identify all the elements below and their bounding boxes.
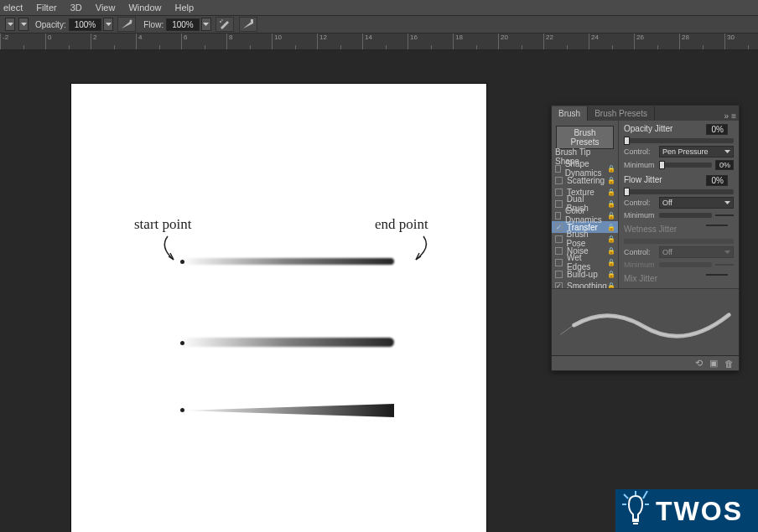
- trash-icon[interactable]: 🗑: [724, 359, 734, 369]
- svg-line-7: [624, 494, 628, 498]
- svg-marker-4: [180, 404, 394, 417]
- mix-jitter-value: [706, 274, 728, 276]
- airbrush-icon[interactable]: [215, 17, 234, 32]
- horizontal-ruler: -2 0 2 4 6 8 10 12 14 16 18 20 22 24 26 …: [0, 34, 758, 50]
- checkbox-icon[interactable]: ✓: [555, 224, 563, 231]
- flow-label: Flow:: [143, 20, 164, 29]
- panel-footer: ⟲ ▣ 🗑: [552, 355, 739, 370]
- brush-option-scattering[interactable]: Scattering🔒: [552, 174, 618, 186]
- menu-select[interactable]: elect: [3, 3, 23, 13]
- lock-icon[interactable]: 🔒: [607, 177, 615, 184]
- opacity-min-label: Minimum: [624, 161, 659, 169]
- lock-icon[interactable]: 🔒: [607, 235, 615, 243]
- checkbox-icon[interactable]: [555, 212, 561, 220]
- flow-min-label: Minimum: [624, 211, 659, 220]
- flow-dropdown[interactable]: [201, 18, 211, 31]
- flow-jitter-slider[interactable]: [624, 189, 734, 194]
- opacity-control-select[interactable]: Pen Pressure: [659, 146, 734, 158]
- checkbox-icon[interactable]: [555, 259, 563, 266]
- lock-icon[interactable]: 🔒: [607, 212, 615, 220]
- svg-point-0: [130, 20, 132, 23]
- opacity-jitter-label: Opacity Jitter: [624, 124, 672, 133]
- svg-point-2: [221, 19, 223, 21]
- flow-control-select[interactable]: Off: [659, 197, 734, 209]
- menu-bar: elect Filter 3D View Window Help: [0, 0, 758, 15]
- toggle-preview-icon[interactable]: ⟲: [695, 358, 703, 369]
- tablet-opacity-icon[interactable]: [117, 17, 136, 32]
- wetness-min-slider: [659, 262, 712, 267]
- checkbox-icon[interactable]: [555, 165, 561, 173]
- watermark-badge: TWOS: [615, 489, 758, 532]
- menu-filter[interactable]: Filter: [36, 3, 56, 13]
- opacity-label: Opacity:: [35, 20, 66, 29]
- end-point-label: end point: [375, 216, 428, 233]
- panel-menu-icon[interactable]: ≡: [731, 111, 736, 121]
- lock-icon[interactable]: 🔒: [607, 224, 615, 231]
- opacity-min-slider[interactable]: [659, 163, 712, 168]
- tablet-size-icon[interactable]: [239, 17, 257, 32]
- menu-window[interactable]: Window: [128, 3, 161, 13]
- watermark-text: TWOS: [656, 496, 743, 527]
- svg-point-1: [220, 21, 221, 23]
- transfer-settings: Opacity Jitter0% Control:Pen Pressure Mi…: [619, 121, 739, 288]
- stroke-1: [180, 258, 394, 265]
- wetness-jitter-slider: [624, 239, 734, 244]
- flow-control-label: Control:: [624, 199, 659, 207]
- lock-icon[interactable]: 🔒: [607, 189, 615, 196]
- checkbox-icon[interactable]: [555, 177, 563, 184]
- checkbox-icon[interactable]: [555, 271, 563, 278]
- brush-preview: [552, 288, 739, 355]
- blend-mode-picker[interactable]: [18, 18, 29, 31]
- canvas[interactable]: start point end point: [71, 84, 486, 532]
- brush-option-wet-edges[interactable]: Wet Edges🔒: [552, 256, 618, 268]
- tab-brush-presets[interactable]: Brush Presets: [588, 106, 655, 121]
- start-point-label: start point: [134, 216, 191, 233]
- brush-picker[interactable]: [5, 18, 15, 31]
- arrow-start: [155, 235, 180, 264]
- wetness-jitter-label: Wetness Jitter: [624, 225, 677, 234]
- flow-min-slider[interactable]: [659, 213, 712, 218]
- flow-min-value[interactable]: [715, 214, 734, 216]
- opacity-min-value[interactable]: 0%: [715, 160, 734, 170]
- checkbox-icon[interactable]: [555, 235, 563, 243]
- brush-options-list: Brush Presets Brush Tip Shape Shape Dyna…: [552, 121, 619, 288]
- panel-tabs: Brush Brush Presets » ≡: [552, 106, 739, 121]
- svg-rect-3: [251, 19, 253, 22]
- brush-option-brush-pose[interactable]: Brush Pose🔒: [552, 233, 618, 245]
- lock-icon[interactable]: 🔒: [607, 271, 615, 278]
- menu-view[interactable]: View: [96, 3, 116, 13]
- opacity-jitter-slider[interactable]: [624, 138, 734, 143]
- arrow-end: [411, 235, 436, 264]
- checkbox-icon[interactable]: [555, 247, 563, 255]
- checkbox-icon[interactable]: [555, 189, 563, 196]
- wetness-control-select: Off: [659, 246, 734, 258]
- lock-icon[interactable]: 🔒: [607, 247, 615, 255]
- stroke-2: [180, 338, 394, 347]
- opacity-control-label: Control:: [624, 147, 659, 156]
- flow-value[interactable]: 100%: [166, 18, 200, 31]
- tab-brush[interactable]: Brush: [552, 106, 588, 121]
- brush-option-color-dynamics[interactable]: Color Dynamics🔒: [552, 209, 618, 221]
- flow-jitter-label: Flow Jitter: [624, 175, 662, 184]
- wetness-min-label: Minimum: [624, 261, 659, 269]
- brush-panel: Brush Brush Presets » ≡ Brush Presets Br…: [551, 105, 740, 371]
- wetness-jitter-value: [706, 225, 728, 226]
- opacity-jitter-value[interactable]: 0%: [706, 124, 728, 135]
- options-bar: Opacity: 100% Flow: 100%: [0, 15, 758, 34]
- collapse-icon[interactable]: »: [724, 111, 729, 121]
- checkbox-icon[interactable]: [555, 200, 563, 208]
- wetness-control-label: Control:: [624, 248, 659, 256]
- menu-3d[interactable]: 3D: [70, 3, 82, 13]
- mix-jitter-label: Mix Jitter: [624, 274, 657, 283]
- menu-help[interactable]: Help: [175, 3, 195, 13]
- lock-icon[interactable]: 🔒: [607, 165, 615, 173]
- svg-line-8: [643, 491, 647, 498]
- brush-option-build-up[interactable]: Build-up🔒: [552, 268, 618, 280]
- lock-icon[interactable]: 🔒: [607, 200, 615, 208]
- flow-jitter-value[interactable]: 0%: [706, 175, 728, 186]
- opacity-dropdown[interactable]: [103, 18, 113, 31]
- brush-presets-button[interactable]: Brush Presets: [556, 126, 614, 149]
- opacity-value[interactable]: 100%: [69, 18, 102, 31]
- lock-icon[interactable]: 🔒: [607, 259, 615, 266]
- new-brush-icon[interactable]: ▣: [709, 358, 718, 369]
